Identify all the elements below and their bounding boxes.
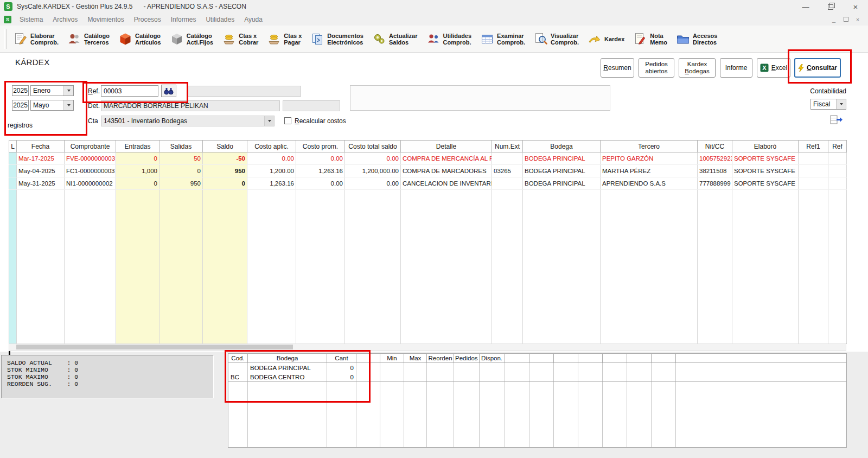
month-to-dropdown-button[interactable] [63,100,73,110]
year-from-input[interactable]: 2025 [12,85,29,96]
month-from-dropdown-button[interactable] [63,86,73,96]
contabilidad-label: Contabilidad [797,87,846,95]
toolbar-ctas-x-cobrar-button[interactable]: Ctas xCobrar [218,30,262,48]
minimize-button[interactable]: — [793,0,818,13]
menu-movimientos[interactable]: Movimientos [82,16,129,23]
kardex-col-header-4[interactable]: Salidas [159,141,203,152]
toolbar-kardex-button[interactable]: Kardex [584,30,628,48]
ref-input[interactable] [101,85,158,97]
kardex-cell: 38211508 [698,165,732,177]
bodegas-col-header-14[interactable] [627,354,651,363]
kardex-cell: CANCELACION DE INVENTARI [401,177,492,190]
kardex-col-header-12[interactable]: Tercero [601,141,698,152]
kardex-col-header-3[interactable]: Entradas [116,141,159,152]
kardex-bodegas-button[interactable]: Kardex Bodegas [679,58,716,78]
chevron-down-icon [840,103,843,105]
informe-button[interactable]: Informe [720,58,752,78]
bodegas-col-header-2[interactable]: Cant [327,354,356,363]
bodegas-col-header-4[interactable]: Min [380,354,404,363]
utilidades-comprob-icon [426,32,441,46]
toolbar-catalogo-terceros-button[interactable]: CatálogoTerceros [63,30,113,48]
kardex-col-header-5[interactable]: Saldo [203,141,247,152]
kardex-col-header-0[interactable]: L [9,141,17,152]
cta-dropdown-button[interactable] [264,116,274,126]
menu-procesos[interactable]: Procesos [129,16,166,23]
toolbar-catalogo-articulos-button[interactable]: CatálogoArtículos [114,30,165,48]
toolbar-utilidades-comprob-button[interactable]: UtilidadesComprob. [423,30,476,48]
toolbar-actualizar-saldos-button[interactable]: ActualizarSaldos [368,30,422,48]
kardex-col-header-2[interactable]: Comprobante [65,141,116,152]
bodegas-col-header-16[interactable] [675,354,846,363]
bodegas-col-header-3[interactable] [356,354,380,363]
bodegas-col-header-7[interactable]: Pedidos [454,354,480,363]
toolbar-visualizar-comprob-button[interactable]: VisualizarComprob. [530,30,583,48]
year-to-input[interactable]: 2025 [12,100,29,111]
kardex-col-header-10[interactable]: Num.Ext [492,141,523,152]
toolbar-examinar-comprob-button[interactable]: ExaminarComprob. [476,30,529,48]
fiscal-select[interactable]: Fiscal [810,99,846,110]
cta-select[interactable]: 143501 - Inventario Bodegas [101,116,275,126]
bodega-row[interactable]: BCBODEGA CENTRO0 [228,372,847,382]
grid-export-icon[interactable] [830,115,843,126]
kardex-cell: May-04-2025 [17,165,65,177]
kardex-row[interactable]: May-04-2025FC1-00000000031,00009501,200.… [9,165,847,177]
kardex-col-header-14[interactable]: Elaboró [732,141,799,152]
consultar-button[interactable]: Consultar [794,58,841,78]
bodegas-col-header-0[interactable]: Cod. [228,354,248,363]
menu-informes[interactable]: Informes [166,16,201,23]
kardex-col-header-11[interactable]: Bodega [523,141,601,152]
mdi-minimize-button[interactable]: _ [828,15,840,24]
toolbar-documentos-electronicos-button[interactable]: DocumentosElectrónicos [307,30,367,48]
menu-sistema[interactable]: Sistema [15,16,48,23]
kardex-col-header-13[interactable]: Nit/CC [698,141,732,152]
bodegas-col-header-5[interactable]: Max [404,354,427,363]
toolbar-ctas-x-pagar-label: Ctas xPagar [284,33,302,46]
menu-utilidades[interactable]: Utilidades [201,16,239,23]
bodegas-col-header-10[interactable] [529,354,553,363]
bodegas-col-header-1[interactable]: Bodega [248,354,327,363]
toolbar-nota-memo-button[interactable]: NotaMemo [629,30,671,48]
horizontal-scrollbar[interactable] [9,344,846,351]
bodegas-col-header-12[interactable] [578,354,602,363]
scrollbar-thumb[interactable] [16,345,293,349]
bodegas-col-header-6[interactable]: Reorden [427,354,454,363]
bodegas-col-header-11[interactable] [553,354,578,363]
toolbar-catalogo-actifijos-button[interactable]: CatálogoActi.Fijos [166,30,218,48]
restore-button[interactable] [818,0,843,13]
toolbar-elaborar-comprob-button[interactable]: ElaborarComprob. [10,30,62,48]
fiscal-dropdown-button[interactable] [836,99,846,109]
kardex-col-header-1[interactable]: Fecha [17,141,65,152]
kardex-col-header-8[interactable]: Costo total saldo [345,141,401,152]
kardex-row[interactable]: May-31-2025NI1-0000000002095001,263.160.… [9,177,847,190]
menu-archivos[interactable]: Archivos [48,16,82,23]
toolbar: ElaborarComprob.CatálogoTercerosCatálogo… [0,26,868,53]
kardex-col-header-16[interactable]: Ref [828,141,847,152]
search-button[interactable] [161,85,176,97]
pedidos-abiertos-button[interactable]: Pedidos abiertos [639,58,674,78]
close-button[interactable]: × [843,0,868,13]
month-from-select[interactable]: Enero [30,85,74,96]
kardex-col-header-6[interactable]: Costo aplic. [247,141,296,152]
bodegas-col-header-13[interactable] [602,354,627,363]
chevron-down-icon [67,90,71,92]
toolbar-ctas-x-pagar-button[interactable]: Ctas xPagar [263,30,305,48]
kardex-row[interactable]: Mar-17-2025FVE-0000000003050-500.000.000… [9,152,847,165]
kardex-col-header-9[interactable]: Detalle [401,141,492,152]
bodega-row[interactable]: BODEGA PRINCIPAL0 [228,363,847,373]
mdi-close-button[interactable]: × [852,15,864,24]
recalcular-costos-checkbox[interactable] [284,117,291,124]
bodegas-col-header-8[interactable]: Dispon. [479,354,505,363]
kardex-col-header-15[interactable]: Ref1 [799,141,828,152]
examinar-comprob-icon [480,32,494,46]
bodegas-col-header-9[interactable] [505,354,529,363]
bodegas-table: Cod.BodegaCantMinMaxReordenPedidosDispon… [228,353,847,448]
mdi-restore-button[interactable] [840,15,852,24]
bodegas-col-header-15[interactable] [651,354,675,363]
toolbar-accesos-directos-button[interactable]: AccesosDirectos [672,30,721,48]
month-to-select[interactable]: Mayo [30,100,74,111]
resumen-button[interactable]: Resumen [601,58,634,78]
toolbar-documentos-electronicos-label: DocumentosElectrónicos [327,33,363,46]
menu-ayuda[interactable]: Ayuda [239,16,267,23]
excel-button[interactable]: X Excel [757,58,790,78]
kardex-col-header-7[interactable]: Costo prom. [296,141,345,152]
